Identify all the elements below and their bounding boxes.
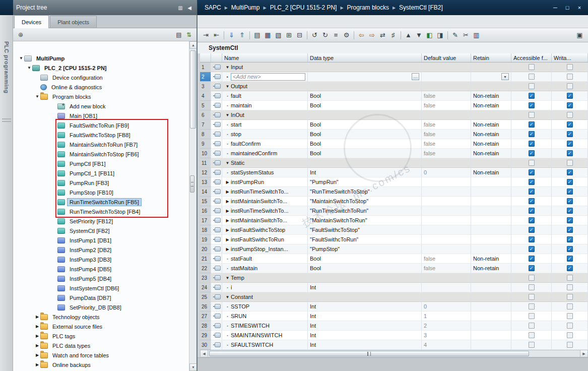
writable-cell[interactable]: ✓ xyxy=(552,187,588,197)
accessible-cell[interactable]: ✓ xyxy=(511,120,552,130)
accessible-checkbox[interactable]: ✓ xyxy=(529,141,535,147)
data-type-cell[interactable]: Int xyxy=(308,340,422,350)
tree-item[interactable]: PumpCtl_1 [FB11] xyxy=(13,168,189,178)
default-value-cell[interactable]: false xyxy=(422,149,471,158)
writable-cell[interactable]: ✓ xyxy=(552,206,588,216)
section-collapse-icon[interactable]: ▼ xyxy=(224,276,231,280)
variable-name-cell[interactable]: ▶instRunTimeSwitchTo... xyxy=(222,206,308,216)
variable-name-cell[interactable]: ▪start xyxy=(222,120,308,130)
data-type-cell[interactable]: Int xyxy=(308,283,422,292)
data-type-cell[interactable]: Bool xyxy=(308,264,422,273)
restore-down-button[interactable]: □ xyxy=(562,3,573,12)
writable-cell[interactable]: ✓ xyxy=(552,149,588,158)
table-row[interactable]: 12▪statSystemStatusInt0Non-retain✓✓ xyxy=(200,168,588,177)
writable-checkbox[interactable] xyxy=(567,332,573,338)
default-value-cell[interactable] xyxy=(422,225,471,235)
writable-checkbox[interactable] xyxy=(567,64,573,70)
tree-item[interactable]: SetPriority_DB [DB8] xyxy=(13,302,189,312)
writable-checkbox[interactable] xyxy=(567,294,573,300)
expander-icon[interactable]: ▼ xyxy=(18,56,24,60)
tree-item[interactable]: PumpData [DB7] xyxy=(13,293,189,302)
table-row[interactable]: 8▪stopBoolfalseNon-retain✓✓ xyxy=(200,130,588,139)
accessible-cell[interactable] xyxy=(511,110,552,120)
expand-instance-icon[interactable]: ▶ xyxy=(224,218,231,223)
variable-name-cell[interactable]: ▪statMaitain xyxy=(222,264,308,273)
accessible-cell[interactable]: ✓ xyxy=(511,149,552,158)
accessible-checkbox[interactable] xyxy=(529,74,535,80)
tree-item[interactable]: ▶Watch and force tables xyxy=(13,350,189,360)
writable-cell[interactable] xyxy=(552,321,588,331)
writable-cell[interactable]: ✓ xyxy=(552,244,588,254)
variable-name-cell[interactable]: ▼Temp xyxy=(222,273,308,283)
tree-item[interactable]: FaultSwithcToRun [FB9] xyxy=(13,120,189,130)
tree-item[interactable]: ▶External source files xyxy=(13,322,189,331)
writable-cell[interactable]: ✓ xyxy=(552,197,588,206)
writable-checkbox[interactable]: ✓ xyxy=(567,169,573,175)
section-collapse-icon[interactable]: ▼ xyxy=(224,113,231,117)
accessible-checkbox[interactable] xyxy=(529,64,535,70)
breadcrumb-item[interactable]: PLC_2 [CPU 1515-2 PN] xyxy=(268,4,339,11)
data-type-cell[interactable]: Bool xyxy=(308,139,422,149)
writable-cell[interactable] xyxy=(552,63,588,72)
panel-splitter-handle[interactable] xyxy=(190,175,194,193)
default-value-cell[interactable] xyxy=(422,292,471,302)
retain-cell[interactable] xyxy=(471,225,511,235)
table-row[interactable]: 22▪statMaitainBoolfalseNon-retain✓✓ xyxy=(200,264,588,273)
accessible-cell[interactable]: ✓ xyxy=(511,216,552,225)
data-type-cell[interactable]: Int xyxy=(308,331,422,340)
close-button[interactable]: × xyxy=(574,3,585,12)
accessible-cell[interactable]: ✓ xyxy=(511,235,552,244)
retain-cell[interactable] xyxy=(471,63,511,72)
retain-cell[interactable]: Non-retain xyxy=(471,149,511,158)
default-value-cell[interactable] xyxy=(422,110,471,120)
tree-item[interactable]: PumpStop [FB10] xyxy=(13,188,189,197)
scrollbar-track[interactable] xyxy=(208,350,580,357)
table-row[interactable]: 2▪<Add new>…▼ xyxy=(200,72,588,82)
table-row[interactable]: 25▼Constant xyxy=(200,292,588,302)
load-values-icon[interactable]: ⇓ xyxy=(226,30,237,40)
retain-cell[interactable]: Non-retain xyxy=(471,264,511,273)
table-row[interactable]: 14▶instRunTimeSwitchTo..."RunTimeSwitchT… xyxy=(200,187,588,197)
delete-network-icon[interactable]: ▼ xyxy=(414,30,424,40)
writable-cell[interactable] xyxy=(552,82,588,91)
variable-name-cell[interactable]: ▪SSTOP xyxy=(222,302,308,312)
accessible-cell[interactable]: ✓ xyxy=(511,244,552,254)
expand-instance-icon[interactable]: ▶ xyxy=(224,228,231,232)
default-value-cell[interactable] xyxy=(422,273,471,283)
data-type-cell[interactable]: … xyxy=(308,72,422,82)
tree-item[interactable]: ▶PLC data types xyxy=(13,341,189,350)
section-collapse-icon[interactable]: ▼ xyxy=(224,65,231,70)
writable-cell[interactable]: ✓ xyxy=(552,101,588,110)
accessible-cell[interactable] xyxy=(511,321,552,331)
data-type-cell[interactable]: Bool xyxy=(308,149,422,158)
data-type-cell[interactable]: "MaintainSwitchToStop" xyxy=(308,197,422,206)
tree-item[interactable]: Add new block xyxy=(13,101,189,111)
tree-item[interactable]: ▶PLC tags xyxy=(13,331,189,341)
retain-cell[interactable] xyxy=(471,197,511,206)
tree-item[interactable]: PumpRun [FB3] xyxy=(13,178,189,188)
accessible-cell[interactable]: ✓ xyxy=(511,177,552,187)
variable-name-cell[interactable]: ▶instFaultSwithcToRun xyxy=(222,235,308,244)
col-retain[interactable]: Retain xyxy=(471,53,511,62)
writable-cell[interactable]: ✓ xyxy=(552,130,588,139)
table-row[interactable]: 13▶instPumpRun"PumpRun"✓✓ xyxy=(200,177,588,187)
table-row[interactable]: 18▶instFaultSwithcToStop"FaultSwithcToSt… xyxy=(200,225,588,235)
accessible-checkbox[interactable] xyxy=(529,294,535,300)
variable-name-cell[interactable]: ▼Static xyxy=(222,158,308,168)
data-type-cell[interactable]: Bool xyxy=(308,91,422,101)
accessible-checkbox[interactable]: ✓ xyxy=(529,256,535,262)
paste-icon[interactable]: ▥ xyxy=(471,30,482,40)
breadcrumb-item[interactable]: Program blocks xyxy=(345,4,391,11)
data-type-cell[interactable]: Bool xyxy=(308,254,422,264)
tree-item[interactable]: ▼Program blocks xyxy=(13,92,189,101)
retain-cell[interactable] xyxy=(471,206,511,216)
writable-cell[interactable] xyxy=(552,273,588,283)
collapse-panel-icon[interactable]: ◀ xyxy=(185,4,194,12)
table-row[interactable]: 9▪faultConfirmBoolfalseNon-retain✓✓ xyxy=(200,139,588,149)
writable-checkbox[interactable] xyxy=(567,275,573,281)
breadcrumb-item[interactable]: SystemCtl [FB2] xyxy=(397,4,445,11)
expand-instance-icon[interactable]: ▶ xyxy=(224,199,231,204)
accessible-checkbox[interactable]: ✓ xyxy=(529,102,535,108)
default-value-cell[interactable]: 1 xyxy=(422,312,471,321)
default-value-cell[interactable]: false xyxy=(422,120,471,130)
